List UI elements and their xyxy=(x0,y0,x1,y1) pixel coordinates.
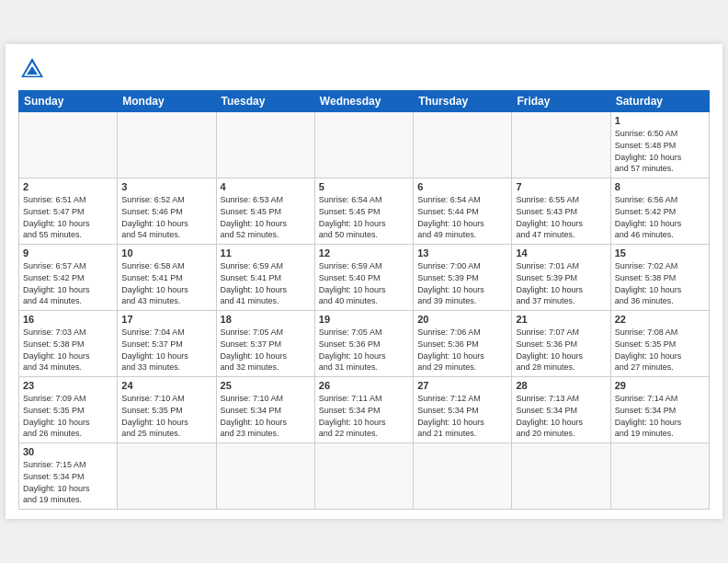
day-info: Sunrise: 7:06 AM Sunset: 5:36 PM Dayligh… xyxy=(417,327,507,373)
calendar-cell xyxy=(118,112,216,178)
day-number: 28 xyxy=(516,380,606,391)
calendar-cell: 10Sunrise: 6:58 AM Sunset: 5:41 PM Dayli… xyxy=(118,245,216,311)
calendar-cell xyxy=(610,443,709,509)
calendar-cell xyxy=(314,443,413,509)
calendar-cell xyxy=(414,443,512,509)
day-number: 9 xyxy=(23,247,113,259)
calendar-cell: 2Sunrise: 6:51 AM Sunset: 5:47 PM Daylig… xyxy=(19,178,118,245)
day-number: 10 xyxy=(121,247,211,259)
day-number: 22 xyxy=(615,314,705,325)
day-info: Sunrise: 6:57 AM Sunset: 5:42 PM Dayligh… xyxy=(23,260,113,306)
day-info: Sunrise: 6:50 AM Sunset: 5:48 PM Dayligh… xyxy=(615,128,705,174)
day-number: 27 xyxy=(417,380,507,391)
calendar-cell: 21Sunrise: 7:07 AM Sunset: 5:36 PM Dayli… xyxy=(512,311,610,377)
calendar-cell: 16Sunrise: 7:03 AM Sunset: 5:38 PM Dayli… xyxy=(19,311,118,377)
calendar-cell xyxy=(216,112,314,178)
day-number: 8 xyxy=(615,181,705,192)
day-info: Sunrise: 7:14 AM Sunset: 5:34 PM Dayligh… xyxy=(615,393,705,439)
day-number: 16 xyxy=(23,314,113,325)
day-info: Sunrise: 7:12 AM Sunset: 5:34 PM Dayligh… xyxy=(417,393,507,439)
day-number: 26 xyxy=(319,380,409,391)
calendar-cell: 25Sunrise: 7:10 AM Sunset: 5:34 PM Dayli… xyxy=(216,377,314,443)
day-number: 4 xyxy=(221,181,311,192)
weekday-header-wednesday: Wednesday xyxy=(314,91,413,112)
day-info: Sunrise: 6:51 AM Sunset: 5:47 PM Dayligh… xyxy=(23,194,113,240)
day-number: 1 xyxy=(615,115,705,126)
calendar-cell: 27Sunrise: 7:12 AM Sunset: 5:34 PM Dayli… xyxy=(414,377,512,443)
day-info: Sunrise: 7:07 AM Sunset: 5:36 PM Dayligh… xyxy=(516,327,606,373)
calendar-cell: 26Sunrise: 7:11 AM Sunset: 5:34 PM Dayli… xyxy=(314,377,413,443)
weekday-header-friday: Friday xyxy=(512,91,610,112)
day-info: Sunrise: 7:10 AM Sunset: 5:34 PM Dayligh… xyxy=(221,393,311,439)
day-number: 5 xyxy=(319,181,409,192)
day-number: 6 xyxy=(417,181,507,192)
day-number: 25 xyxy=(221,380,311,391)
weekday-header-monday: Monday xyxy=(118,91,216,112)
calendar-cell: 24Sunrise: 7:10 AM Sunset: 5:35 PM Dayli… xyxy=(118,377,216,443)
calendar-cell: 9Sunrise: 6:57 AM Sunset: 5:42 PM Daylig… xyxy=(19,245,118,311)
calendar-cell: 4Sunrise: 6:53 AM Sunset: 5:45 PM Daylig… xyxy=(216,178,314,245)
day-number: 15 xyxy=(615,247,705,259)
calendar-cell xyxy=(414,112,512,178)
calendar-cell: 5Sunrise: 6:54 AM Sunset: 5:45 PM Daylig… xyxy=(314,178,413,245)
day-info: Sunrise: 6:56 AM Sunset: 5:42 PM Dayligh… xyxy=(615,194,705,240)
day-info: Sunrise: 6:54 AM Sunset: 5:44 PM Dayligh… xyxy=(417,194,507,240)
header xyxy=(18,55,710,83)
day-info: Sunrise: 7:13 AM Sunset: 5:34 PM Dayligh… xyxy=(516,393,606,439)
day-number: 12 xyxy=(319,247,409,259)
calendar-cell: 19Sunrise: 7:05 AM Sunset: 5:36 PM Dayli… xyxy=(314,311,413,377)
day-info: Sunrise: 7:03 AM Sunset: 5:38 PM Dayligh… xyxy=(23,327,113,373)
calendar-cell: 15Sunrise: 7:02 AM Sunset: 5:38 PM Dayli… xyxy=(610,245,709,311)
day-number: 24 xyxy=(121,380,211,391)
day-info: Sunrise: 6:58 AM Sunset: 5:41 PM Dayligh… xyxy=(121,260,211,306)
day-info: Sunrise: 7:01 AM Sunset: 5:39 PM Dayligh… xyxy=(516,260,606,306)
day-info: Sunrise: 7:05 AM Sunset: 5:36 PM Dayligh… xyxy=(319,327,409,373)
calendar-cell: 17Sunrise: 7:04 AM Sunset: 5:37 PM Dayli… xyxy=(118,311,216,377)
day-number: 11 xyxy=(221,247,311,259)
day-number: 20 xyxy=(417,314,507,325)
calendar-cell: 29Sunrise: 7:14 AM Sunset: 5:34 PM Dayli… xyxy=(610,377,709,443)
week-row-3: 9Sunrise: 6:57 AM Sunset: 5:42 PM Daylig… xyxy=(19,245,710,311)
day-info: Sunrise: 7:04 AM Sunset: 5:37 PM Dayligh… xyxy=(121,327,211,373)
day-number: 18 xyxy=(221,314,311,325)
calendar-cell: 14Sunrise: 7:01 AM Sunset: 5:39 PM Dayli… xyxy=(512,245,610,311)
day-number: 23 xyxy=(23,380,113,391)
day-number: 13 xyxy=(417,247,507,259)
calendar-cell: 6Sunrise: 6:54 AM Sunset: 5:44 PM Daylig… xyxy=(414,178,512,245)
logo-icon xyxy=(18,55,46,83)
day-info: Sunrise: 6:59 AM Sunset: 5:41 PM Dayligh… xyxy=(221,260,311,306)
day-number: 3 xyxy=(121,181,211,192)
weekday-header-saturday: Saturday xyxy=(610,91,709,112)
day-info: Sunrise: 6:54 AM Sunset: 5:45 PM Dayligh… xyxy=(319,194,409,240)
weekday-header-thursday: Thursday xyxy=(414,91,512,112)
weekday-header-tuesday: Tuesday xyxy=(216,91,314,112)
calendar-cell xyxy=(512,112,610,178)
day-number: 14 xyxy=(516,247,606,259)
calendar-cell xyxy=(118,443,216,509)
calendar-cell: 12Sunrise: 6:59 AM Sunset: 5:40 PM Dayli… xyxy=(314,245,413,311)
day-info: Sunrise: 7:11 AM Sunset: 5:34 PM Dayligh… xyxy=(319,393,409,439)
day-info: Sunrise: 7:15 AM Sunset: 5:34 PM Dayligh… xyxy=(23,459,113,505)
calendar-cell xyxy=(512,443,610,509)
calendar-cell xyxy=(216,443,314,509)
week-row-1: 1Sunrise: 6:50 AM Sunset: 5:48 PM Daylig… xyxy=(19,112,710,178)
week-row-4: 16Sunrise: 7:03 AM Sunset: 5:38 PM Dayli… xyxy=(19,311,710,377)
day-info: Sunrise: 7:00 AM Sunset: 5:39 PM Dayligh… xyxy=(417,260,507,306)
day-info: Sunrise: 6:59 AM Sunset: 5:40 PM Dayligh… xyxy=(319,260,409,306)
day-info: Sunrise: 6:53 AM Sunset: 5:45 PM Dayligh… xyxy=(221,194,311,240)
calendar-cell xyxy=(314,112,413,178)
day-info: Sunrise: 6:52 AM Sunset: 5:46 PM Dayligh… xyxy=(121,194,211,240)
calendar-cell: 30Sunrise: 7:15 AM Sunset: 5:34 PM Dayli… xyxy=(19,443,118,509)
day-info: Sunrise: 7:09 AM Sunset: 5:35 PM Dayligh… xyxy=(23,393,113,439)
day-number: 2 xyxy=(23,181,113,192)
calendar-cell: 11Sunrise: 6:59 AM Sunset: 5:41 PM Dayli… xyxy=(216,245,314,311)
day-info: Sunrise: 7:02 AM Sunset: 5:38 PM Dayligh… xyxy=(615,260,705,306)
weekday-header-row: SundayMondayTuesdayWednesdayThursdayFrid… xyxy=(19,91,710,112)
calendar-cell: 23Sunrise: 7:09 AM Sunset: 5:35 PM Dayli… xyxy=(19,377,118,443)
week-row-5: 23Sunrise: 7:09 AM Sunset: 5:35 PM Dayli… xyxy=(19,377,710,443)
day-info: Sunrise: 6:55 AM Sunset: 5:43 PM Dayligh… xyxy=(516,194,606,240)
day-number: 29 xyxy=(615,380,705,391)
weekday-header-sunday: Sunday xyxy=(19,91,118,112)
calendar-cell: 28Sunrise: 7:13 AM Sunset: 5:34 PM Dayli… xyxy=(512,377,610,443)
day-number: 7 xyxy=(516,181,606,192)
